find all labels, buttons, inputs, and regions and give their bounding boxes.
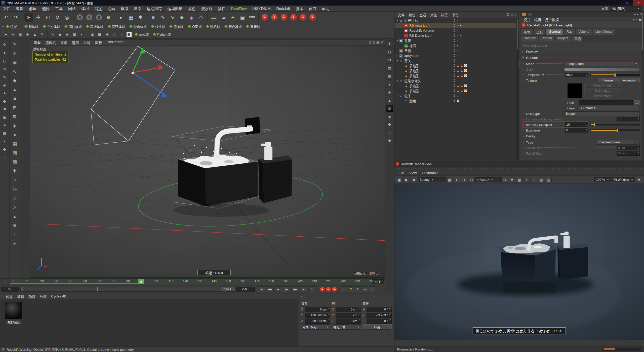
coordinate-field-旋转-H[interactable]: 0 °▴▾ bbox=[367, 307, 392, 312]
array-generator-button[interactable]: ◈ bbox=[187, 13, 196, 22]
object-row-9[interactable]: ▲多边形▲▲ bbox=[394, 63, 518, 68]
falloff-stop-field[interactable]: 52.2 cm▴▾ bbox=[617, 151, 640, 156]
field-button-9[interactable]: 凸面域 bbox=[186, 24, 204, 29]
object-row-2[interactable]: ▦Redshift Volume✓● bbox=[394, 28, 518, 33]
enabled-check-icon[interactable]: ✓ bbox=[457, 24, 459, 27]
decay-type-dropdown[interactable]: Inverse-square▼ bbox=[597, 140, 640, 145]
object-menu-对象[interactable]: 对象 bbox=[428, 12, 439, 17]
value-slider[interactable] bbox=[590, 74, 640, 76]
object-menu-编辑[interactable]: 编辑 bbox=[407, 12, 417, 17]
menu-编辑[interactable]: 编辑 bbox=[13, 6, 26, 11]
tab-Project[interactable]: Project bbox=[555, 35, 571, 41]
redshift-renderview-button[interactable]: ✦ bbox=[260, 13, 269, 22]
search-icon[interactable] bbox=[506, 13, 510, 16]
record-keyframe-button[interactable]: ● bbox=[320, 287, 325, 292]
menu-创建[interactable]: 创建 bbox=[26, 6, 39, 11]
lock-y-axis-button[interactable]: Y bbox=[85, 13, 94, 22]
side-tool-8-button[interactable]: ◉ bbox=[386, 105, 393, 112]
left-tool-a5-button[interactable]: ◈ bbox=[1, 81, 9, 89]
spinner-icon[interactable]: ▴▾ bbox=[389, 319, 391, 321]
left-tool-b21-button[interactable]: ≈ bbox=[11, 230, 19, 239]
object-row-8[interactable]: ▾◎开关 bbox=[394, 58, 518, 63]
menu-脚本[interactable]: 脚本 bbox=[293, 6, 306, 11]
lock-z-axis-button[interactable]: Z bbox=[94, 13, 103, 22]
viewport-maximize-icon[interactable]: ⊡ bbox=[373, 40, 375, 44]
side-tool-5-button[interactable]: ● bbox=[386, 81, 393, 88]
minimize-button[interactable]: ─ bbox=[611, 0, 622, 6]
move-tool-button[interactable]: ✛ bbox=[34, 13, 43, 22]
left-tool-a13-button[interactable]: ✚ bbox=[1, 146, 9, 153]
tab-Ray[interactable]: Ray bbox=[564, 29, 575, 35]
texture-path-field[interactable] bbox=[579, 100, 633, 105]
expander-icon[interactable]: ▾ bbox=[395, 19, 399, 22]
object-row-11[interactable]: ▲多边形▲▲ bbox=[394, 73, 518, 78]
end-frame-field[interactable]: 250 F bbox=[236, 287, 255, 292]
expander-icon[interactable]: ▾ bbox=[395, 95, 399, 97]
spline-pen-button[interactable]: ✎ bbox=[158, 13, 167, 22]
side-tool-11-button[interactable]: ○ bbox=[386, 129, 393, 136]
apply-button[interactable]: 应用 bbox=[363, 324, 392, 330]
modeling-tool-11-button[interactable]: ◉ bbox=[89, 31, 96, 38]
start-ipr-button[interactable]: ▶ bbox=[403, 177, 410, 183]
left-tool-b17-button[interactable]: ◇ bbox=[11, 194, 19, 202]
texture-animation-button[interactable]: Animation bbox=[620, 78, 640, 83]
attribute-tab-inactive[interactable] bbox=[527, 13, 532, 16]
keyframe-rotation-button[interactable]: ↻ bbox=[355, 286, 361, 292]
left-tool-a4-button[interactable]: ✎ bbox=[1, 73, 9, 81]
renderview-grip[interactable] bbox=[394, 167, 644, 170]
left-tool-b20-button[interactable]: ⊕ bbox=[11, 221, 19, 230]
field-button-3[interactable]: 圆柱体域 bbox=[62, 24, 84, 29]
tab-General[interactable]: General bbox=[546, 29, 563, 35]
left-tool-b7-button[interactable]: ⊞ bbox=[11, 103, 19, 112]
section-General[interactable]: ▾General bbox=[520, 55, 644, 61]
layer-dropdown[interactable]: < Default >▼ bbox=[579, 106, 640, 110]
scale-tool-button[interactable]: ⊡ bbox=[43, 13, 52, 22]
field-button-2[interactable]: 立方体域 bbox=[41, 24, 62, 29]
play-button[interactable]: ▶ bbox=[283, 286, 291, 292]
spinner-icon[interactable]: ▴▾ bbox=[358, 319, 360, 321]
enabled-check-icon[interactable]: ✓ bbox=[457, 95, 459, 97]
phong-tag-icon[interactable]: ● bbox=[457, 44, 458, 47]
object-row-12[interactable]: ▾◎渲染水龙头 bbox=[394, 78, 518, 83]
timeline-options-icon[interactable]: ≡ bbox=[0, 278, 9, 285]
modeling-tool-0-button[interactable]: ➤ bbox=[2, 31, 9, 38]
spinner-icon[interactable]: ▴▾ bbox=[328, 319, 330, 321]
menu-选择[interactable]: 选择 bbox=[39, 6, 52, 11]
texture-tag-icon[interactable] bbox=[464, 64, 467, 67]
enabled-check-icon[interactable]: ✓ bbox=[457, 34, 459, 37]
previous-key-button[interactable]: ◀◀ bbox=[266, 286, 274, 292]
left-tool-b6-button[interactable]: ■ bbox=[11, 94, 19, 103]
qr-code-button[interactable]: ▦ bbox=[126, 31, 132, 38]
texture-tag-icon[interactable] bbox=[464, 69, 467, 72]
object-row-5[interactable]: ▬地面● bbox=[394, 43, 518, 48]
viewport-canvas[interactable]: 透视视图 Number of emitters: 1 Total live pa… bbox=[30, 46, 385, 277]
visibility-dots[interactable] bbox=[454, 19, 455, 22]
bucket-mode-dropdown[interactable]: < Auto >▼ bbox=[475, 177, 501, 182]
left-tool-b16-button[interactable]: ◎ bbox=[11, 185, 19, 193]
denoise-button[interactable]: ✱ bbox=[509, 177, 515, 183]
tab-Volume[interactable]: Volume bbox=[576, 29, 592, 35]
expander-icon[interactable]: ▾ bbox=[395, 39, 399, 42]
viewport-menu-摄像机[interactable]: 摄像机 bbox=[43, 40, 58, 45]
visibility-dots[interactable] bbox=[454, 24, 455, 27]
history-forward-icon[interactable]: ▸ bbox=[636, 18, 637, 21]
field-button-5[interactable]: 圆环体域 bbox=[106, 24, 127, 29]
menu-体积[interactable]: 体积 bbox=[78, 6, 92, 11]
side-tool-9-button[interactable]: ■ bbox=[386, 113, 393, 120]
loop-button[interactable]: ↻ bbox=[308, 286, 316, 292]
zoom-dropdown[interactable]: 100 %▼ bbox=[594, 177, 611, 182]
left-tool-b12-button[interactable]: ▧ bbox=[11, 149, 19, 157]
coordinate-field-旋转-P[interactable]: -39.983 °▴▾ bbox=[367, 313, 392, 318]
left-tool-b8-button[interactable]: ⊠ bbox=[11, 112, 19, 121]
menu-插件[interactable]: 插件 bbox=[215, 6, 228, 11]
sky-object-button[interactable]: ☁ bbox=[219, 13, 228, 22]
viewport-menu-选项[interactable]: 选项 bbox=[70, 40, 81, 45]
tab-基本[interactable]: 基本 bbox=[521, 29, 533, 35]
spinner-icon[interactable]: ▴▾ bbox=[638, 117, 639, 121]
slider-handle[interactable] bbox=[617, 129, 618, 132]
selection-tag-icon[interactable]: ▲ bbox=[457, 69, 459, 72]
left-tool-a14-button[interactable]: ○ bbox=[1, 154, 9, 161]
keyframe-position-button[interactable]: ✛ bbox=[341, 286, 347, 292]
visibility-dots[interactable] bbox=[454, 74, 455, 77]
render-settings-button[interactable]: ✱ bbox=[136, 13, 145, 22]
